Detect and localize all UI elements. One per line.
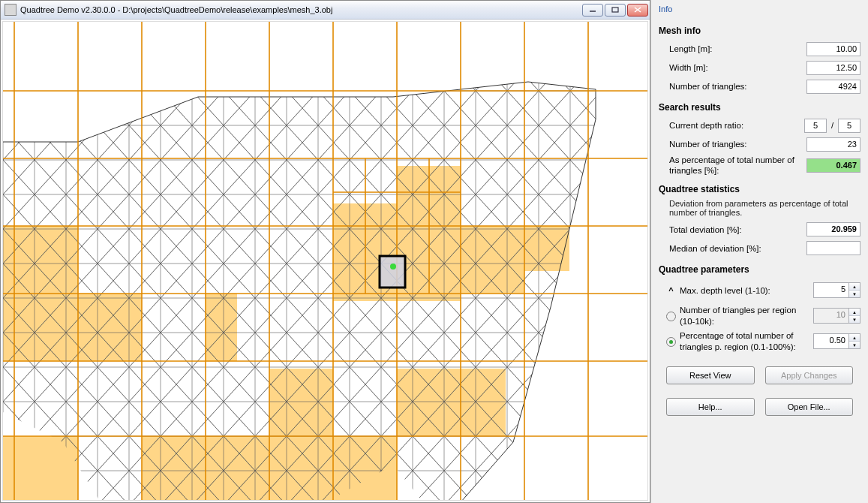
pct-region-label: Percentage of total number of triangles … [680, 330, 813, 352]
info-panel: Info Mesh info Length [m]: 10.00 Width [… [650, 0, 868, 503]
main-window: Quadtree Demo v2.30.0.0 - D:\projects\Qu… [0, 0, 650, 503]
depth-ratio-label: Current depth ratio: [669, 121, 804, 130]
max-depth-value[interactable]: 5 [813, 282, 849, 298]
radio-numtri-region[interactable] [666, 312, 676, 321]
search-pct-value: 0.467 [806, 158, 860, 173]
median-deviation-value [806, 241, 860, 255]
spin-up-icon[interactable]: ▲ [849, 309, 860, 316]
search-numtri-value: 23 [806, 137, 860, 152]
help-button[interactable]: Help... [666, 398, 755, 416]
window-title: Quadtree Demo v2.30.0.0 - D:\projects\Qu… [20, 5, 582, 14]
quadtree-stats-desc: Deviation from parameters as percentage … [669, 199, 860, 217]
median-deviation-label: Median of deviation [%]: [669, 244, 806, 253]
max-depth-spinner[interactable]: 5 ▲▼ [813, 282, 860, 298]
max-depth-label: Max. depth level (1-10): [680, 285, 813, 296]
spin-down-icon[interactable]: ▼ [849, 291, 860, 297]
selection-cursor-layer [3, 22, 648, 501]
svg-point-40 [390, 264, 396, 270]
mesh-info-header: Mesh info [659, 26, 860, 36]
mesh-length-value: 10.00 [806, 42, 860, 56]
slash-separator: / [830, 121, 835, 130]
depth-current-value: 5 [804, 119, 827, 133]
depth-max-value: 5 [838, 119, 860, 133]
search-results-header: Search results [659, 102, 860, 113]
close-button[interactable] [627, 4, 648, 17]
mesh-width-value: 12.50 [806, 61, 860, 75]
mesh-length-label: Length [m]: [669, 44, 806, 53]
reset-view-button[interactable]: Reset View [666, 366, 755, 384]
spin-up-icon[interactable]: ▲ [849, 334, 860, 342]
quadtree-stats-header: Quadtree statistics [659, 184, 860, 194]
svg-rect-1 [612, 8, 618, 12]
spin-down-icon[interactable]: ▼ [849, 342, 860, 348]
spin-down-icon[interactable]: ▼ [849, 316, 860, 323]
mesh-width-label: Width [m]: [669, 63, 806, 72]
mesh-triangles-value: 4924 [806, 80, 860, 94]
radio-pct-region[interactable] [666, 337, 676, 347]
caret-up-icon: ^ [666, 286, 676, 295]
pct-region-spinner[interactable]: 0.50 ▲▼ [813, 333, 860, 349]
numtri-region-value[interactable]: 10 [813, 308, 849, 324]
titlebar[interactable]: Quadtree Demo v2.30.0.0 - D:\projects\Qu… [1, 1, 650, 20]
total-deviation-label: Total deviation [%]: [669, 225, 806, 234]
panel-title: Info [659, 3, 860, 18]
minimize-button[interactable] [582, 4, 603, 17]
quadtree-params-header: Quadtree parameters [659, 264, 860, 275]
spin-up-icon[interactable]: ▲ [849, 283, 860, 291]
open-file-button[interactable]: Open File... [765, 398, 854, 416]
apply-changes-button[interactable]: Apply Changes [765, 366, 854, 384]
mesh-viewport[interactable] [2, 21, 648, 501]
search-numtri-label: Number of triangles: [669, 140, 806, 149]
total-deviation-value: 20.959 [806, 222, 860, 236]
mesh-triangles-label: Number of triangles: [669, 82, 806, 91]
svg-rect-39 [380, 256, 405, 288]
numtri-region-label: Number of triangles per region (10-10k): [680, 305, 813, 327]
maximize-button[interactable] [605, 4, 626, 17]
pct-region-value[interactable]: 0.50 [813, 333, 849, 349]
search-pct-label: As percentage of total number of triangl… [669, 155, 806, 176]
app-icon [5, 4, 17, 16]
numtri-region-spinner[interactable]: 10 ▲▼ [813, 308, 860, 324]
